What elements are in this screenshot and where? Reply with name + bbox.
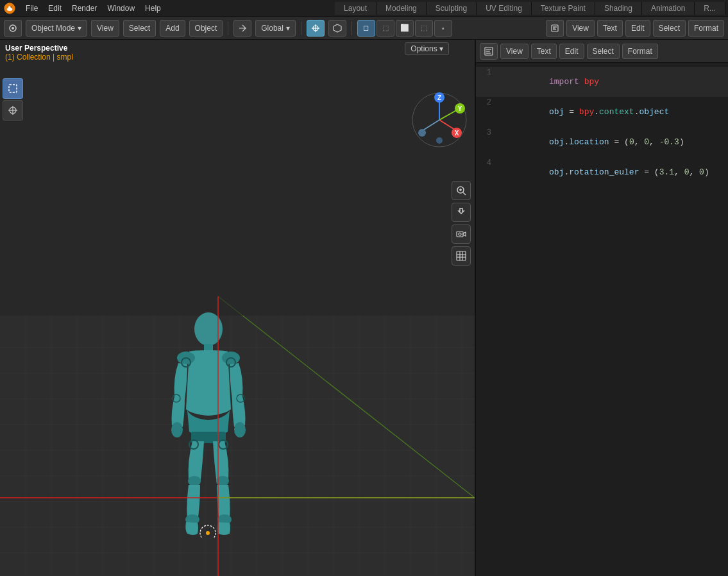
code-line-4: 4 obj.rotation_euler = (3.1, 0, 0) bbox=[476, 157, 728, 187]
svg-rect-92 bbox=[457, 251, 466, 260]
pan-tool-btn[interactable] bbox=[452, 203, 471, 222]
select-tool-btn[interactable] bbox=[3, 78, 23, 99]
select-lasso[interactable]: ⬜ bbox=[396, 20, 414, 37]
script-toolbar: View Text Edit Select Format bbox=[476, 40, 728, 63]
select-circle[interactable]: ⬚ bbox=[377, 20, 394, 37]
svg-rect-68 bbox=[9, 85, 17, 92]
script-format-btn[interactable]: Format bbox=[622, 44, 658, 59]
tab-texture-paint[interactable]: Texture Paint bbox=[532, 2, 595, 15]
script-view-btn[interactable]: View bbox=[500, 44, 529, 59]
script-edit-btn[interactable]: Edit bbox=[559, 44, 584, 59]
tab-extra[interactable]: R... bbox=[695, 2, 725, 15]
svg-point-56 bbox=[188, 476, 201, 486]
menu-window[interactable]: Window bbox=[102, 3, 140, 14]
snap-btn[interactable] bbox=[328, 20, 346, 37]
script-view-btn[interactable]: View bbox=[566, 20, 595, 37]
menu-help[interactable]: Help bbox=[140, 3, 166, 14]
tab-modeling[interactable]: Modeling bbox=[377, 2, 427, 15]
script-panel: View Text Edit Select Format 1 import bp… bbox=[475, 40, 728, 576]
tab-uv-editing[interactable]: UV Editing bbox=[477, 2, 532, 15]
svg-text:Z: Z bbox=[437, 94, 441, 101]
vp-top-toolbar: Options ▾ bbox=[405, 42, 449, 55]
svg-line-86 bbox=[463, 192, 466, 195]
code-text-4: obj.rotation_euler = (3.1, 0, 0) bbox=[499, 158, 728, 187]
pivot-btn[interactable] bbox=[307, 20, 325, 37]
svg-point-2 bbox=[8, 6, 11, 8]
line-num-2: 2 bbox=[476, 98, 499, 107]
viewport-panel[interactable]: User Perspective (1) Collection | smpl bbox=[0, 40, 475, 576]
sep3 bbox=[351, 21, 352, 35]
sep1 bbox=[228, 21, 228, 35]
svg-point-91 bbox=[459, 233, 461, 235]
object-mode-btn[interactable]: Object Mode ▾ bbox=[26, 20, 87, 37]
script-select-btn[interactable]: Select bbox=[587, 44, 620, 59]
viewport-bg bbox=[0, 40, 475, 576]
cursor-btn[interactable] bbox=[3, 100, 23, 121]
svg-rect-45 bbox=[0, 40, 475, 316]
line-num-4: 4 bbox=[476, 158, 499, 167]
svg-rect-89 bbox=[457, 232, 463, 237]
transform-btn[interactable] bbox=[233, 20, 251, 37]
svg-point-49 bbox=[194, 312, 223, 346]
script-icon-btn[interactable] bbox=[546, 20, 564, 37]
viewport-labels: User Perspective (1) Collection | smpl bbox=[5, 44, 73, 62]
global-btn[interactable]: Global ▾ bbox=[255, 20, 296, 37]
select-box[interactable]: ◻ bbox=[357, 20, 375, 37]
script-format-btn[interactable]: Format bbox=[688, 20, 724, 37]
select-btn[interactable]: Select bbox=[123, 20, 156, 37]
select-small[interactable]: ▪ bbox=[434, 20, 452, 37]
tab-sculpting[interactable]: Sculpting bbox=[427, 2, 477, 15]
script-edit-btn[interactable]: Edit bbox=[625, 20, 650, 37]
svg-point-83 bbox=[418, 129, 426, 137]
script-text-btn[interactable]: Text bbox=[597, 20, 623, 37]
svg-point-57 bbox=[216, 476, 229, 486]
tab-animation[interactable]: Animation bbox=[642, 2, 695, 15]
code-text-3: obj.location = (0, 0, -0.3) bbox=[499, 128, 728, 157]
menu-edit[interactable]: Edit bbox=[43, 3, 67, 14]
script-select-btn[interactable]: Select bbox=[653, 20, 686, 37]
line-num-3: 3 bbox=[476, 128, 499, 137]
code-line-1: 1 import bpy bbox=[476, 67, 728, 97]
selection-icons: ◻ ⬚ ⬜ ⬚ ▪ bbox=[357, 20, 452, 37]
sep2 bbox=[301, 21, 301, 35]
workspace-tabs: Layout Modeling Sculpting UV Editing Tex… bbox=[335, 2, 725, 15]
smpl-model bbox=[141, 307, 269, 538]
line-num-1: 1 bbox=[476, 68, 499, 77]
options-btn[interactable]: Options ▾ bbox=[405, 42, 449, 55]
tab-shading[interactable]: Shading bbox=[595, 2, 642, 15]
code-text-2: obj = bpy.context.object bbox=[499, 97, 728, 126]
secondary-toolbar: Object Mode ▾ View Select Add Object Glo… bbox=[0, 17, 728, 40]
code-line-2: 2 obj = bpy.context.object bbox=[476, 97, 728, 127]
script-content[interactable]: 1 import bpy 2 obj = bpy.context.object … bbox=[476, 63, 728, 576]
svg-point-84 bbox=[436, 137, 443, 144]
script-text-btn[interactable]: Text bbox=[531, 44, 557, 59]
tab-layout[interactable]: Layout bbox=[335, 2, 377, 15]
code-line-3: 3 obj.location = (0, 0, -0.3) bbox=[476, 127, 728, 157]
select-dots[interactable]: ⬚ bbox=[415, 20, 433, 37]
svg-point-3 bbox=[10, 6, 12, 7]
add-btn[interactable]: Add bbox=[160, 20, 185, 37]
nav-gizmo[interactable]: Z Y X bbox=[411, 91, 468, 149]
zoom-tool-btn[interactable] bbox=[452, 181, 471, 200]
perspective-label: User Perspective bbox=[5, 44, 73, 53]
blender-logo bbox=[3, 1, 17, 15]
svg-text:X: X bbox=[455, 130, 459, 137]
svg-point-5 bbox=[12, 27, 14, 30]
svg-point-67 bbox=[206, 531, 210, 535]
menu-render[interactable]: Render bbox=[67, 3, 102, 14]
left-toolbar bbox=[3, 78, 23, 121]
camera-tool-btn[interactable] bbox=[452, 224, 471, 244]
collection-label: (1) Collection | smpl bbox=[5, 53, 73, 62]
top-menubar: File Edit Render Window Help Layout Mode… bbox=[0, 0, 728, 17]
script-menu-icon[interactable] bbox=[480, 43, 498, 60]
menu-file[interactable]: File bbox=[21, 3, 43, 14]
code-text-1: import bpy bbox=[499, 67, 728, 96]
svg-text:Y: Y bbox=[458, 105, 462, 112]
scene-btn[interactable] bbox=[4, 20, 22, 37]
view-btn[interactable]: View bbox=[91, 20, 119, 37]
object-btn[interactable]: Object bbox=[189, 20, 223, 37]
vp-right-tools bbox=[452, 181, 471, 266]
svg-point-53 bbox=[171, 422, 183, 437]
svg-point-54 bbox=[234, 422, 246, 437]
grid-tool-btn[interactable] bbox=[452, 246, 471, 266]
